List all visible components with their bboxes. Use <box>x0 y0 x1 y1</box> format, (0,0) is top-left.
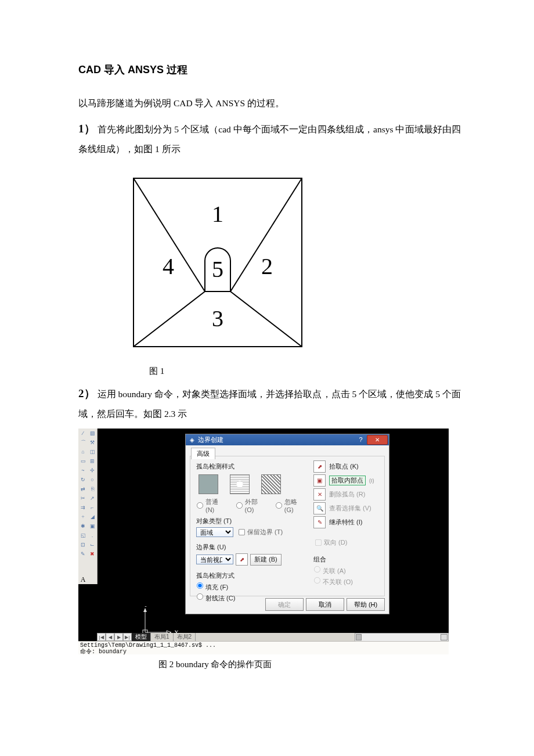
tool-boundary-icon[interactable]: ▣ <box>88 521 97 531</box>
tool-erase-icon[interactable]: ✖ <box>88 549 97 559</box>
svg-marker-12 <box>143 608 147 612</box>
pick-point-label[interactable]: 拾取点 (K) <box>329 462 359 471</box>
boundary-set-select[interactable]: 当前视口 <box>196 555 233 564</box>
tool-line-icon[interactable]: ∕ <box>78 429 88 438</box>
tab-model[interactable]: 模型 <box>132 633 151 641</box>
radio-fill[interactable]: 填充 (F) <box>196 582 308 592</box>
island-style-swatches <box>199 474 308 494</box>
svg-text:5: 5 <box>212 256 223 282</box>
nav-first-icon[interactable]: |◀ <box>97 633 106 641</box>
tab-layout1[interactable]: 布局1 <box>151 633 174 641</box>
retain-boundary-checkbox[interactable]: 保留边界 (T) <box>238 528 283 537</box>
tool-copy-icon[interactable]: ⎘ <box>88 484 97 494</box>
tool-a-label[interactable]: A <box>78 575 88 584</box>
step1-text: 首先将此图划分为 5 个区域（cad 中每个面域不一定由四条线组成，ansys … <box>78 124 461 154</box>
nav-prev-icon[interactable]: ◀ <box>106 633 114 641</box>
radio-normal[interactable]: 普通 (N) <box>196 498 229 513</box>
dialog-icon: ◈ <box>188 436 196 444</box>
cmdline-line2: 命令: boundary <box>80 649 447 655</box>
object-type-select[interactable]: 面域 <box>196 527 233 537</box>
tool-rotate-icon[interactable]: ↻ <box>78 475 88 484</box>
radio-nonassoc[interactable]: 不关联 (O) <box>313 577 382 586</box>
svg-text:4: 4 <box>163 253 174 279</box>
swatch-outer-icon[interactable] <box>230 474 250 494</box>
dialog-close-icon[interactable]: ✕ <box>367 435 388 445</box>
help-button[interactable]: 帮助 (H) <box>347 598 385 611</box>
scrollbar-thumb[interactable] <box>356 634 362 640</box>
tool-door-icon[interactable]: ⌂ <box>78 447 88 456</box>
tool-text-icon[interactable]: . <box>88 531 97 540</box>
pick-point-icon[interactable]: ⬈ <box>313 460 326 473</box>
cmdline-line1: Settings\Temp\Drawing1_1_1_8467.sv$ ... <box>80 642 447 649</box>
inherit-icon[interactable]: ✎ <box>313 516 326 528</box>
tool-mirror-icon[interactable]: ⇄ <box>78 484 88 494</box>
boundary-set-label: 边界集 (U) <box>196 543 308 552</box>
tool-array-icon[interactable]: ⊞ <box>88 456 97 466</box>
document-heading: CAD 导入 ANSYS 过程 <box>78 63 461 77</box>
tool-fillet-icon[interactable]: ⌐ <box>88 503 97 512</box>
dialog-title-text: 边界创建 <box>198 435 223 444</box>
tool-area-icon[interactable]: ◱ <box>78 531 88 540</box>
object-type-label: 对象类型 (T) <box>196 517 308 525</box>
command-line[interactable]: Settings\Temp\Drawing1_1_1_8467.sv$ ... … <box>78 641 449 654</box>
layout-scrollbar[interactable] <box>355 633 449 642</box>
group-label: 组合 <box>313 555 382 564</box>
tool-block-icon[interactable]: ◫ <box>88 447 97 456</box>
step1-number: 1） <box>78 123 95 135</box>
step2-text: 运用 boundary 命令，对象类型选择面域，并选择拾取点，点击 5 个区域，… <box>78 389 461 419</box>
pick-inner-icon[interactable]: ▣ <box>313 474 326 487</box>
dialog-titlebar[interactable]: ◈ 边界创建 ? ✕ <box>186 434 389 445</box>
tool-rect-icon[interactable]: ▭ <box>78 456 88 466</box>
tool-move-icon[interactable]: ✢ <box>88 466 97 475</box>
nav-next-icon[interactable]: ▶ <box>114 633 123 641</box>
tool-trim-icon[interactable]: ✂ <box>78 494 88 503</box>
tool-explode-icon[interactable]: ✱ <box>78 521 88 531</box>
island-style-label: 孤岛检测样式 <box>196 462 308 471</box>
figure-1-caption: 图 1 <box>149 366 461 377</box>
swatch-normal-icon[interactable] <box>199 474 218 494</box>
tab-layout2[interactable]: 布局2 <box>174 633 196 641</box>
tool-chamfer-icon[interactable]: ◢ <box>88 512 97 521</box>
tool-symbol-icon[interactable]: ⚒ <box>88 438 97 447</box>
tool-dim-icon[interactable]: ⊡ <box>78 540 88 549</box>
tool-spline-icon[interactable]: ~ <box>78 466 88 475</box>
radio-outer[interactable]: 外部 (O) <box>236 498 268 513</box>
dialog-tab-advanced[interactable]: 高级 <box>191 448 215 459</box>
svg-text:Y: Y <box>143 606 148 608</box>
tool-break-icon[interactable]: ÷ <box>78 512 88 521</box>
inherit-label[interactable]: 继承特性 (I) <box>329 518 362 527</box>
radio-ignore[interactable]: 忽略 (G) <box>275 498 308 513</box>
delete-island-label[interactable]: 删除孤岛 (R) <box>329 490 365 499</box>
dual-checkbox[interactable]: 双向 (D) <box>315 538 382 547</box>
tool-measure-icon[interactable]: ⌙ <box>88 540 97 549</box>
nav-last-icon[interactable]: ▶| <box>123 633 132 641</box>
boundary-pick-icon[interactable]: ⬈ <box>236 553 248 566</box>
figure-1-svg: 1 2 3 4 5 <box>131 175 305 350</box>
figure-2-cad-screenshot: ∕ ▨ ⌒ ⚒ ⌂ ◫ ▭ ⊞ ~ ✢ ↻ ○ ⇄ ⎘ ✂ ↗ ⇉ ⌐ ÷ ◢ … <box>78 429 449 654</box>
step1-paragraph: 1） 首先将此图划分为 5 个区域（cad 中每个面域不一定由四条线组成，ans… <box>78 118 461 158</box>
radio-assoc[interactable]: 关联 (A) <box>313 566 382 575</box>
intro-paragraph: 以马蹄形隧道为例说明 CAD 导入 ANSYS 的过程。 <box>78 94 461 112</box>
island-style-radios: 普通 (N) 外部 (O) 忽略 (G) <box>196 498 308 513</box>
tool-extend-icon[interactable]: ↗ <box>88 494 97 503</box>
ok-button[interactable]: 确定 <box>265 598 304 611</box>
tool-circle-icon[interactable]: ○ <box>88 475 97 484</box>
view-selection-label[interactable]: 查看选择集 (V) <box>329 504 371 513</box>
step2-number: 2） <box>78 387 95 399</box>
scrollbar-end-icon[interactable] <box>441 634 448 640</box>
delete-island-icon[interactable]: ✕ <box>313 488 326 501</box>
figure-2-caption: 图 2 boundary 命令的操作页面 <box>158 659 461 670</box>
tool-offset-icon[interactable]: ⇉ <box>78 503 88 512</box>
cancel-button[interactable]: 取消 <box>306 598 344 611</box>
svg-text:3: 3 <box>212 305 223 332</box>
tool-hatch-icon[interactable]: ▨ <box>88 429 97 438</box>
view-selection-icon[interactable]: 🔍 <box>313 502 326 514</box>
tool-paint-icon[interactable]: ✎ <box>78 549 88 559</box>
swatch-ignore-icon[interactable] <box>261 474 281 494</box>
new-boundary-button[interactable]: 新建 (B) <box>250 554 282 566</box>
svg-text:1: 1 <box>212 201 223 227</box>
pick-inner-label[interactable]: 拾取内部点 <box>329 476 366 485</box>
tool-arc-icon[interactable]: ⌒ <box>78 438 88 447</box>
boundary-dialog: ◈ 边界创建 ? ✕ 高级 孤岛检测样式 普通 (N) 外部 (O) 忽略 (G… <box>185 434 389 614</box>
dialog-help-icon[interactable]: ? <box>356 435 366 444</box>
